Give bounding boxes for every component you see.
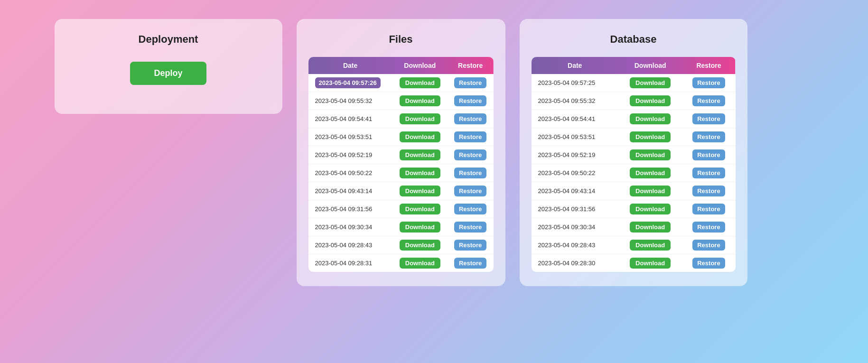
download-cell: Download — [392, 254, 448, 272]
restore-cell: Restore — [448, 164, 494, 182]
download-button[interactable]: Download — [400, 149, 440, 160]
download-button[interactable]: Download — [400, 131, 440, 142]
date-cell: 2023-05-04 09:54:41 — [532, 110, 618, 128]
download-button[interactable]: Download — [400, 113, 440, 124]
restore-button[interactable]: Restore — [454, 149, 486, 160]
download-button[interactable]: Download — [630, 95, 671, 106]
table-row: 2023-05-04 09:30:34DownloadRestore — [308, 218, 494, 236]
date-cell: 2023-05-04 09:28:43 — [532, 236, 618, 254]
date-cell: 2023-05-04 09:53:51 — [308, 128, 392, 146]
date-cell: 2023-05-04 09:43:14 — [532, 182, 618, 200]
restore-button[interactable]: Restore — [454, 77, 486, 88]
restore-button[interactable]: Restore — [692, 258, 725, 269]
date-cell: 2023-05-04 09:43:14 — [308, 182, 392, 200]
download-cell: Download — [618, 74, 682, 92]
database-table-header: Date Download Restore — [532, 57, 736, 74]
download-button[interactable]: Download — [630, 222, 671, 233]
files-table: Date Download Restore 2023-05-04 09:57:2… — [308, 57, 494, 272]
download-cell: Download — [392, 128, 448, 146]
restore-cell: Restore — [448, 146, 494, 164]
restore-cell: Restore — [448, 236, 494, 254]
table-row: 2023-05-04 09:50:22DownloadRestore — [308, 164, 494, 182]
table-row: 2023-05-04 09:28:31DownloadRestore — [308, 254, 494, 272]
files-panel: Files Date Download Restore 2023-05-04 0… — [297, 19, 505, 286]
restore-button[interactable]: Restore — [692, 222, 725, 233]
date-cell: 2023-05-04 09:55:32 — [532, 92, 618, 110]
download-button[interactable]: Download — [630, 240, 671, 251]
table-row: 2023-05-04 09:57:26DownloadRestore — [308, 74, 494, 92]
download-cell: Download — [392, 74, 448, 92]
table-row: 2023-05-04 09:43:14DownloadRestore — [532, 182, 736, 200]
table-row: 2023-05-04 09:53:51DownloadRestore — [308, 128, 494, 146]
restore-cell: Restore — [682, 128, 735, 146]
download-cell: Download — [618, 92, 682, 110]
restore-button[interactable]: Restore — [454, 258, 486, 269]
restore-cell: Restore — [682, 110, 735, 128]
date-cell: 2023-05-04 09:55:32 — [308, 92, 392, 110]
download-button[interactable]: Download — [630, 149, 671, 160]
files-col-download: Download — [392, 57, 448, 74]
restore-cell: Restore — [682, 200, 735, 218]
download-button[interactable]: Download — [400, 240, 440, 251]
date-cell: 2023-05-04 09:57:26 — [308, 74, 392, 92]
table-row: 2023-05-04 09:53:51DownloadRestore — [532, 128, 736, 146]
restore-button[interactable]: Restore — [454, 95, 486, 106]
restore-button[interactable]: Restore — [692, 131, 725, 142]
restore-button[interactable]: Restore — [692, 204, 725, 214]
restore-button[interactable]: Restore — [692, 77, 725, 88]
restore-cell: Restore — [448, 218, 494, 236]
download-button[interactable]: Download — [630, 168, 671, 178]
table-row: 2023-05-04 09:54:41DownloadRestore — [308, 110, 494, 128]
restore-button[interactable]: Restore — [692, 240, 725, 251]
download-cell: Download — [392, 110, 448, 128]
restore-cell: Restore — [682, 92, 735, 110]
download-cell: Download — [618, 182, 682, 200]
download-button[interactable]: Download — [400, 95, 440, 106]
download-button[interactable]: Download — [630, 131, 671, 142]
download-button[interactable]: Download — [400, 77, 440, 88]
download-button[interactable]: Download — [630, 258, 671, 269]
restore-button[interactable]: Restore — [692, 186, 725, 196]
panels-container: Deployment Deploy Files Date Download Re… — [55, 19, 814, 286]
download-cell: Download — [392, 92, 448, 110]
date-cell: 2023-05-04 09:30:34 — [308, 218, 392, 236]
database-table: Date Download Restore 2023-05-04 09:57:2… — [532, 57, 736, 272]
restore-button[interactable]: Restore — [454, 113, 486, 124]
restore-button[interactable]: Restore — [692, 95, 725, 106]
download-cell: Download — [618, 164, 682, 182]
download-button[interactable]: Download — [400, 222, 440, 233]
restore-button[interactable]: Restore — [454, 240, 486, 251]
download-button[interactable]: Download — [630, 77, 671, 88]
download-button[interactable]: Download — [400, 186, 440, 196]
restore-cell: Restore — [682, 182, 735, 200]
download-cell: Download — [618, 200, 682, 218]
restore-cell: Restore — [448, 74, 494, 92]
restore-cell: Restore — [448, 110, 494, 128]
download-button[interactable]: Download — [400, 168, 440, 178]
restore-button[interactable]: Restore — [692, 168, 725, 178]
restore-button[interactable]: Restore — [454, 131, 486, 142]
download-button[interactable]: Download — [630, 204, 671, 214]
download-cell: Download — [392, 200, 448, 218]
files-col-date: Date — [308, 57, 392, 74]
download-cell: Download — [392, 236, 448, 254]
download-button[interactable]: Download — [400, 258, 440, 269]
date-cell: 2023-05-04 09:52:19 — [532, 146, 618, 164]
restore-button[interactable]: Restore — [454, 186, 486, 196]
table-row: 2023-05-04 09:55:32DownloadRestore — [308, 92, 494, 110]
restore-button[interactable]: Restore — [454, 204, 486, 214]
download-cell: Download — [392, 146, 448, 164]
download-button[interactable]: Download — [630, 186, 671, 196]
download-button[interactable]: Download — [630, 113, 671, 124]
date-cell: 2023-05-04 09:30:34 — [532, 218, 618, 236]
deploy-button[interactable]: Deploy — [130, 62, 206, 85]
restore-button[interactable]: Restore — [692, 149, 725, 160]
download-button[interactable]: Download — [400, 204, 440, 214]
restore-button[interactable]: Restore — [454, 222, 486, 233]
restore-button[interactable]: Restore — [692, 113, 725, 124]
date-cell: 2023-05-04 09:28:43 — [308, 236, 392, 254]
restore-cell: Restore — [682, 218, 735, 236]
restore-button[interactable]: Restore — [454, 168, 486, 178]
table-row: 2023-05-04 09:31:56DownloadRestore — [308, 200, 494, 218]
download-cell: Download — [618, 218, 682, 236]
